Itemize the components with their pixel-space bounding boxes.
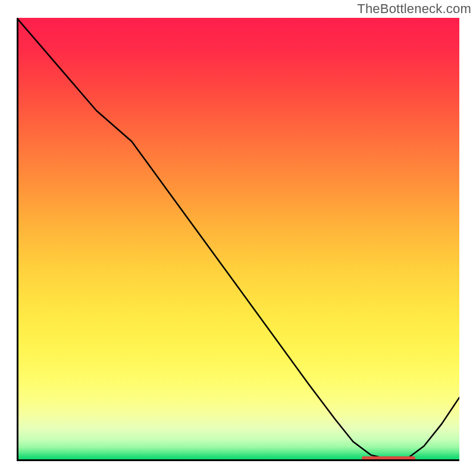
- gradient-background: [17, 18, 459, 459]
- y-axis-line: [17, 18, 18, 461]
- x-axis-line: [17, 459, 459, 461]
- chart-container: TheBottleneck.com: [0, 0, 476, 476]
- watermark-text: TheBottleneck.com: [357, 1, 471, 17]
- plot-area: [17, 18, 459, 459]
